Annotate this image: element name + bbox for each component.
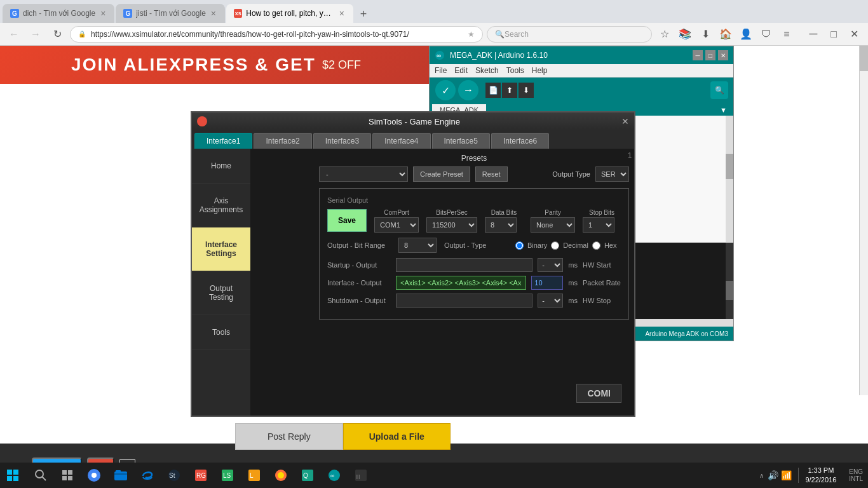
data-bits-select[interactable]: 8 bbox=[485, 217, 517, 233]
new-tab-button[interactable]: + bbox=[355, 5, 372, 23]
radio-hex[interactable] bbox=[592, 241, 600, 250]
time-date-block[interactable]: 1:33 PM 9/22/2016 bbox=[805, 466, 836, 485]
post-reply-button[interactable]: Post Reply bbox=[235, 423, 343, 450]
bps-select[interactable]: 115200 bbox=[426, 217, 477, 233]
download-icon[interactable]: ⬇ bbox=[696, 25, 714, 43]
taskbar-app2[interactable]: LS bbox=[215, 463, 240, 487]
create-preset-button[interactable]: Create Preset bbox=[413, 166, 470, 182]
menu-icon[interactable]: ≡ bbox=[778, 25, 796, 43]
address-bar[interactable]: 🔒 https://www.xsimulator.net/community/t… bbox=[70, 26, 483, 43]
arduino-menu-tools[interactable]: Tools bbox=[506, 66, 524, 75]
sim-nav-home[interactable]: Home bbox=[192, 149, 250, 184]
stop-bits-field: Stop Bits 1 bbox=[583, 209, 621, 233]
sim-tab-interface2[interactable]: Interface2 bbox=[254, 133, 311, 149]
sim-tab-interface5[interactable]: Interface5 bbox=[432, 133, 490, 149]
save-button[interactable]: Save bbox=[327, 209, 367, 232]
taskbar-app1[interactable]: RG bbox=[188, 463, 214, 487]
arduino-menu-file[interactable]: File bbox=[435, 66, 447, 75]
bookmark-icon[interactable]: 📚 bbox=[676, 25, 694, 43]
shutdown-output-input[interactable] bbox=[396, 294, 532, 308]
startup-output-input[interactable] bbox=[396, 258, 532, 272]
maximize-window[interactable]: □ bbox=[825, 25, 843, 43]
arduino-verify-btn[interactable]: ✓ bbox=[435, 80, 456, 100]
arduino-menubar: File Edit Sketch Tools Help bbox=[430, 64, 733, 78]
arduino-tab-dropdown[interactable]: ▼ bbox=[716, 104, 731, 116]
sim-nav-output[interactable]: Output Testing bbox=[192, 271, 250, 315]
upload-file-button[interactable]: Upload a File bbox=[343, 423, 451, 450]
arduino-console-scrollbar-thumb[interactable] bbox=[726, 281, 733, 300]
arduino-new-btn[interactable]: 📄 bbox=[485, 83, 501, 98]
tab-1[interactable]: G dich - Tìm với Google × bbox=[3, 4, 114, 23]
arduino-upload-btn[interactable]: → bbox=[458, 80, 478, 100]
simtools-titlebar: SimTools - Game Engine ✕ bbox=[192, 112, 634, 130]
arduino-close[interactable]: ✕ bbox=[718, 50, 728, 60]
arduino-search-icon[interactable]: 🔍 bbox=[710, 81, 728, 99]
tab-2-close[interactable]: × bbox=[210, 8, 217, 18]
taskbar-steam[interactable]: St bbox=[161, 463, 187, 487]
tab-1-close[interactable]: × bbox=[99, 8, 107, 18]
sim-tab-interface4[interactable]: Interface4 bbox=[372, 133, 430, 149]
close-window[interactable]: ✕ bbox=[845, 25, 863, 43]
taskbar-chrome[interactable] bbox=[81, 463, 107, 487]
simtools-close-button[interactable]: ✕ bbox=[621, 116, 629, 126]
arduino-open-btn[interactable]: ⬆ bbox=[502, 83, 517, 98]
taskbar-app4[interactable]: Q bbox=[295, 463, 320, 487]
reload-button[interactable]: ↻ bbox=[48, 25, 66, 43]
address-text: https://www.xsimulator.net/community/thr… bbox=[91, 30, 463, 39]
sim-nav-axis[interactable]: Axis Assignments bbox=[192, 184, 250, 227]
tab-3[interactable]: xs How to get roll, pitch, yaw... × bbox=[226, 4, 353, 23]
back-button[interactable]: ← bbox=[5, 25, 23, 43]
startup-dash-select[interactable]: - bbox=[538, 258, 563, 272]
taskbar-task-view[interactable] bbox=[55, 463, 80, 487]
tab-2[interactable]: G jisti - Tìm với Google × bbox=[116, 4, 225, 23]
radio-decimal[interactable] bbox=[551, 241, 559, 250]
arduino-menu-sketch[interactable]: Sketch bbox=[475, 66, 499, 75]
star-icon[interactable]: ☆ bbox=[656, 25, 674, 43]
com-port-label: ComPort bbox=[374, 209, 419, 216]
interface-output-input[interactable] bbox=[396, 276, 526, 290]
stop-bits-select[interactable]: 1 bbox=[583, 217, 614, 233]
tab-3-close[interactable]: × bbox=[338, 8, 346, 18]
sim-nav-interface[interactable]: Interface Settings bbox=[192, 227, 250, 271]
main-scrollbar[interactable] bbox=[859, 46, 868, 395]
radio-binary[interactable] bbox=[515, 241, 524, 250]
arduino-menu-edit[interactable]: Edit bbox=[454, 66, 468, 75]
profile-icon[interactable]: 👤 bbox=[737, 25, 755, 43]
shutdown-dash-select[interactable]: - bbox=[538, 294, 563, 308]
preset-dropdown[interactable]: - bbox=[319, 166, 408, 182]
forward-button[interactable]: → bbox=[27, 25, 44, 43]
sim-nav-tools[interactable]: Tools bbox=[192, 315, 250, 350]
arduino-maximize[interactable]: □ bbox=[705, 50, 715, 60]
search-box[interactable]: 🔍 Search bbox=[487, 26, 652, 43]
com-port-select[interactable]: COM1 bbox=[374, 217, 419, 233]
taskbar-app5[interactable]: ||| bbox=[348, 463, 374, 487]
bit-range-select[interactable]: 8 bbox=[398, 238, 437, 253]
sim-tab-interface6[interactable]: Interface6 bbox=[491, 133, 549, 149]
output-type-select[interactable]: SER bbox=[595, 166, 629, 182]
arduino-menu-help[interactable]: Help bbox=[532, 66, 548, 75]
minimize-window[interactable]: ─ bbox=[804, 25, 822, 43]
taskbar-firefox[interactable] bbox=[268, 463, 294, 487]
arduino-minimize[interactable]: ─ bbox=[693, 50, 703, 60]
packet-rate-input[interactable] bbox=[531, 276, 563, 290]
svg-rect-2 bbox=[7, 470, 12, 475]
arduino-editor-scrollbar[interactable] bbox=[726, 116, 733, 242]
sim-tab-interface1[interactable]: Interface1 bbox=[194, 133, 252, 149]
shield-icon[interactable]: 🛡 bbox=[757, 25, 775, 43]
main-scrollbar-thumb[interactable] bbox=[860, 46, 868, 71]
arduino-console-scrollbar[interactable] bbox=[726, 243, 733, 319]
parity-select[interactable]: None bbox=[531, 217, 575, 233]
taskbar-app3[interactable]: L bbox=[241, 463, 267, 487]
svg-text:L: L bbox=[250, 472, 254, 479]
arduino-save-btn[interactable]: ⬇ bbox=[519, 83, 534, 98]
taskbar-arduino[interactable]: ∞ bbox=[322, 463, 347, 487]
reset-button[interactable]: Reset bbox=[475, 166, 508, 182]
tray-chevron[interactable]: ∧ bbox=[759, 472, 764, 479]
arduino-editor-scrollbar-thumb[interactable] bbox=[726, 154, 733, 179]
sim-tab-interface3[interactable]: Interface3 bbox=[313, 133, 371, 149]
taskbar-explorer[interactable] bbox=[108, 463, 133, 487]
home-icon[interactable]: 🏠 bbox=[717, 25, 735, 43]
taskbar-search[interactable] bbox=[28, 463, 53, 487]
taskbar-edge[interactable] bbox=[135, 463, 160, 487]
start-button[interactable] bbox=[0, 463, 25, 488]
